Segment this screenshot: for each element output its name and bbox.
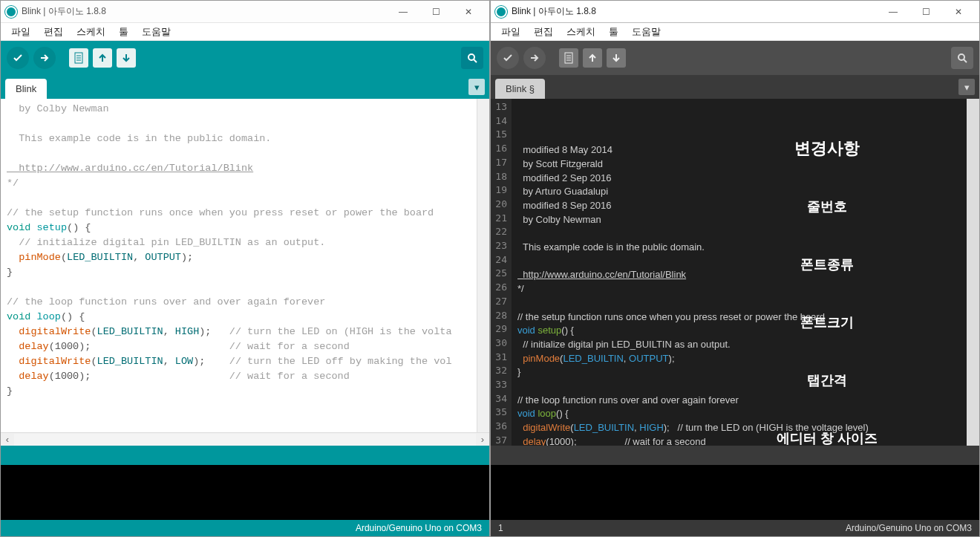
verify-button[interactable]: [497, 47, 519, 69]
tab-dropdown[interactable]: ▾: [958, 79, 975, 95]
verify-button[interactable]: [7, 47, 29, 69]
code-line[interactable]: pinMode(LED_BUILTIN, OUTPUT);: [517, 352, 961, 366]
minimize-button[interactable]: —: [387, 1, 419, 22]
code-line[interactable]: */: [517, 282, 961, 296]
titlebar[interactable]: Blink | 아두이노 1.8.8 — ☐ ✕: [491, 1, 979, 23]
code-line[interactable]: // initialize digital pin LED_BUILTIN as…: [7, 235, 471, 250]
menu-tools[interactable]: 툴: [114, 24, 133, 40]
serial-monitor-button[interactable]: [461, 47, 483, 69]
save-sketch-button[interactable]: [607, 48, 626, 68]
code-line[interactable]: delay(1000); // wait for a second: [7, 339, 471, 354]
new-sketch-button[interactable]: [559, 48, 578, 68]
scroll-left-icon[interactable]: ‹: [1, 433, 14, 446]
code-line[interactable]: [517, 380, 961, 394]
close-button[interactable]: ✕: [942, 1, 975, 22]
code-line[interactable]: modified 2 Sep 2016: [517, 172, 961, 186]
menu-tools[interactable]: 툴: [604, 24, 623, 40]
code-line[interactable]: by Arturo Guadalupi: [517, 185, 961, 199]
code-line[interactable]: [517, 227, 961, 241]
code-editor[interactable]: 변경사항 줄번호 폰트종류 폰트크기 탭간격 에디터 창 사이즈 modifie…: [512, 99, 967, 446]
menu-edit[interactable]: 편집: [39, 24, 68, 40]
code-line[interactable]: }: [7, 384, 471, 399]
code-line[interactable]: This example code is in the public domai…: [7, 131, 471, 146]
upload-button[interactable]: [523, 47, 546, 69]
save-sketch-button[interactable]: [117, 48, 136, 68]
code-line[interactable]: [7, 280, 471, 295]
tab-dropdown[interactable]: ▾: [468, 79, 485, 95]
menu-file[interactable]: 파일: [497, 24, 525, 40]
code-line[interactable]: // initialize digital pin LED_BUILTIN as…: [517, 338, 961, 352]
code-line[interactable]: modified 8 Sep 2016: [517, 199, 961, 213]
tab-blink[interactable]: Blink: [5, 79, 47, 99]
code-line[interactable]: // the setup function runs once when you…: [7, 206, 471, 221]
code-line[interactable]: pinMode(LED_BUILTIN, OUTPUT);: [7, 250, 471, 265]
code-line[interactable]: by Colby Newman: [517, 213, 961, 227]
vertical-scrollbar[interactable]: [477, 99, 489, 432]
scroll-track[interactable]: [14, 434, 476, 446]
maximize-button[interactable]: ☐: [419, 1, 452, 22]
code-line[interactable]: This example code is in the public domai…: [517, 241, 961, 255]
code-line[interactable]: // the loop function runs over and over …: [517, 394, 961, 408]
code-line[interactable]: void setup() {: [517, 324, 961, 338]
titlebar[interactable]: Blink | 아두이노 1.8.8 — ☐ ✕: [1, 1, 489, 23]
code-line[interactable]: }: [517, 365, 961, 380]
file-icon: [74, 52, 84, 64]
menu-edit[interactable]: 편집: [529, 24, 558, 40]
code-line[interactable]: [517, 296, 961, 310]
horizontal-scrollbar[interactable]: ‹ ›: [1, 432, 489, 446]
menu-help[interactable]: 도움말: [627, 24, 665, 40]
tab-strip: Blink ▾: [1, 75, 489, 99]
line-number: 19: [491, 183, 507, 198]
code-editor[interactable]: by Colby Newman This example code is in …: [1, 99, 477, 432]
tab-blink[interactable]: Blink §: [495, 79, 545, 99]
code-line[interactable]: digitalWrite(LED_BUILTIN, HIGH); // turn…: [7, 325, 471, 339]
code-line[interactable]: }: [7, 265, 471, 280]
code-line[interactable]: // the loop function runs over and over …: [7, 295, 471, 310]
svg-point-10: [958, 54, 964, 60]
code-line[interactable]: [7, 117, 471, 131]
code-line[interactable]: void setup() {: [7, 221, 471, 235]
svg-point-4: [468, 54, 474, 60]
line-number: 24: [491, 253, 507, 267]
line-number-gutter: 1314151617181920212223242526272829303132…: [491, 99, 512, 446]
line-number: 25: [491, 267, 507, 281]
code-line[interactable]: digitalWrite(LED_BUILTIN, HIGH); // turn…: [517, 421, 961, 435]
code-line[interactable]: [7, 191, 471, 206]
code-line[interactable]: digitalWrite(LED_BUILTIN, LOW); // turn …: [7, 354, 471, 369]
code-line[interactable]: modified 8 May 2014: [517, 143, 961, 157]
scroll-right-icon[interactable]: ›: [476, 433, 489, 446]
code-line[interactable]: [7, 146, 471, 161]
new-sketch-button[interactable]: [69, 48, 88, 68]
menu-sketch[interactable]: 스케치: [562, 24, 600, 40]
window-title: Blink | 아두이노 1.8.8: [22, 5, 387, 18]
code-line[interactable]: by Scott Fitzgerald: [517, 157, 961, 172]
code-line[interactable]: */: [7, 176, 471, 191]
line-number: 14: [491, 114, 507, 128]
code-line[interactable]: void loop() {: [7, 310, 471, 325]
menu-help[interactable]: 도움말: [137, 24, 175, 40]
minimize-button[interactable]: —: [877, 1, 909, 22]
upload-button[interactable]: [33, 47, 56, 69]
code-line[interactable]: void loop() {: [517, 407, 961, 421]
maximize-button[interactable]: ☐: [909, 1, 942, 22]
open-sketch-button[interactable]: [93, 48, 112, 68]
code-line[interactable]: delay(1000); // wait for a second: [7, 369, 471, 384]
code-line[interactable]: http://www.arduino.cc/en/Tutorial/Blink: [7, 161, 471, 176]
vertical-scrollbar[interactable]: [967, 99, 979, 446]
code-line[interactable]: by Colby Newman: [7, 102, 471, 117]
tab-strip: Blink § ▾: [491, 75, 979, 99]
menu-sketch[interactable]: 스케치: [72, 24, 110, 40]
arrow-up-icon: [587, 52, 598, 64]
code-line[interactable]: delay(1000); // wait for a second: [517, 435, 961, 446]
close-button[interactable]: ✕: [452, 1, 485, 22]
code-line[interactable]: http://www.arduino.cc/en/Tutorial/Blink: [517, 268, 961, 282]
line-number: 20: [491, 198, 507, 212]
message-area: [491, 446, 979, 465]
line-number: 21: [491, 212, 507, 226]
code-line[interactable]: [517, 255, 961, 269]
open-sketch-button[interactable]: [583, 48, 602, 68]
menu-file[interactable]: 파일: [7, 24, 35, 40]
serial-monitor-button[interactable]: [951, 47, 973, 69]
code-line[interactable]: // the setup function runs once when you…: [517, 310, 961, 325]
line-number: 27: [491, 295, 507, 309]
